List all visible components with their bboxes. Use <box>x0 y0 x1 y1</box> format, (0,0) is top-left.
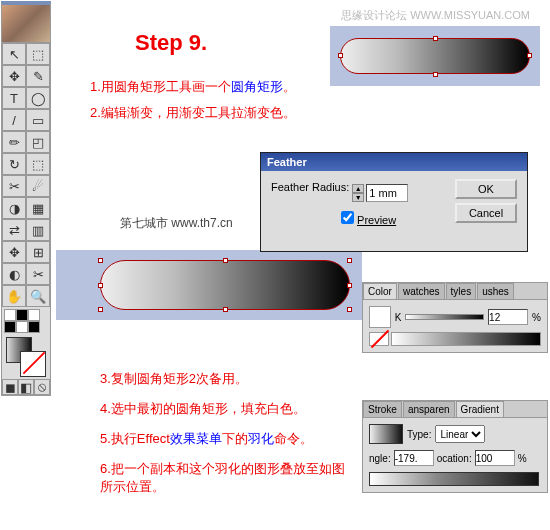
none-swatch[interactable] <box>369 332 389 346</box>
mode-solid[interactable]: ◼ <box>2 379 18 395</box>
tab-transparency[interactable]: ansparen <box>403 401 455 417</box>
gradient-panel: Stroke ansparen Gradient Type: Linear ng… <box>362 400 548 493</box>
tool-10[interactable]: ↻ <box>2 153 26 175</box>
radius-label: Feather Radius: <box>271 181 349 193</box>
tool-20[interactable]: ◐ <box>2 263 26 285</box>
text: 。 <box>283 79 296 94</box>
fill-mode-row: ◼ ◧ ⦸ <box>2 379 50 395</box>
tool-02[interactable]: ✥ <box>2 65 26 87</box>
tool-05[interactable]: ◯ <box>26 87 50 109</box>
instruction-2: 2.编辑渐变，用渐变工具拉渐变色。 <box>90 104 296 122</box>
text: 1.用圆角矩形工具画一个 <box>90 79 231 94</box>
handle[interactable] <box>347 307 352 312</box>
tool-14[interactable]: ◑ <box>2 197 26 219</box>
tool-21[interactable]: ✂ <box>26 263 50 285</box>
tool-17[interactable]: ▥ <box>26 219 50 241</box>
pct: % <box>532 312 541 323</box>
tool-07[interactable]: ▭ <box>26 109 50 131</box>
swatch[interactable] <box>28 309 40 321</box>
tool-04[interactable]: T <box>2 87 26 109</box>
toolbox: ↖ ⬚ ✥ ✎ T ◯ / ▭ ✏ ◰ ↻ ⬚ ✂ ☄ ◑ ▦ ⇄ ▥ ✥ ⊞ … <box>1 1 51 396</box>
tab-brushes[interactable]: ushes <box>477 283 514 299</box>
gradient-preview[interactable] <box>369 424 403 444</box>
tool-11[interactable]: ⬚ <box>26 153 50 175</box>
angle-input[interactable] <box>394 450 434 466</box>
spin-up[interactable]: ▲ <box>352 184 364 193</box>
loc-input[interactable] <box>475 450 515 466</box>
mode-none[interactable]: ⦸ <box>34 379 50 395</box>
tool-22[interactable]: ✋ <box>2 285 26 307</box>
handle[interactable] <box>223 258 228 263</box>
k-slider[interactable] <box>405 314 484 320</box>
swatch[interactable] <box>4 309 16 321</box>
text: 5.执行Effect <box>100 431 170 446</box>
feather-dialog: Feather Feather Radius: ▲▼ Preview OK Ca… <box>260 152 528 252</box>
mini-swatches <box>2 307 50 335</box>
tab-styles[interactable]: tyles <box>446 283 477 299</box>
preview-label: Preview <box>357 214 396 226</box>
handle[interactable] <box>98 283 103 288</box>
gray-ramp[interactable] <box>391 332 541 346</box>
tab-color[interactable]: Color <box>363 283 397 299</box>
tool-18[interactable]: ✥ <box>2 241 26 263</box>
handle[interactable] <box>433 72 438 77</box>
color-swatch[interactable] <box>369 306 391 328</box>
tool-09[interactable]: ◰ <box>26 131 50 153</box>
tab-stroke[interactable]: Stroke <box>363 401 402 417</box>
tool-01[interactable]: ⬚ <box>26 43 50 65</box>
handle[interactable] <box>338 53 343 58</box>
ok-button[interactable]: OK <box>455 179 517 199</box>
tab-gradient[interactable]: Gradient <box>456 401 504 417</box>
cancel-button[interactable]: Cancel <box>455 203 517 223</box>
tool-16[interactable]: ⇄ <box>2 219 26 241</box>
mode-gradient[interactable]: ◧ <box>18 379 34 395</box>
instruction-4: 4.选中最初的圆角矩形，填充白色。 <box>100 400 306 418</box>
tool-13[interactable]: ☄ <box>26 175 50 197</box>
tool-23[interactable]: 🔍 <box>26 285 50 307</box>
tab-swatches[interactable]: watches <box>398 283 445 299</box>
tool-19[interactable]: ⊞ <box>26 241 50 263</box>
pill-shape-2[interactable] <box>100 260 350 310</box>
tool-15[interactable]: ▦ <box>26 197 50 219</box>
color-panel: Color watches tyles ushes K % <box>362 282 548 353</box>
gradient-bar[interactable] <box>369 472 539 486</box>
color-tabs: Color watches tyles ushes <box>363 283 547 300</box>
instruction-1: 1.用圆角矩形工具画一个圆角矩形。 <box>90 78 296 96</box>
radius-input[interactable] <box>366 184 408 202</box>
doc-thumbnail <box>2 5 50 43</box>
text-blue: 羽化 <box>248 431 274 446</box>
tool-12[interactable]: ✂ <box>2 175 26 197</box>
k-value[interactable] <box>488 309 528 325</box>
step-title: Step 9. <box>135 30 207 56</box>
handle[interactable] <box>223 307 228 312</box>
tool-08[interactable]: ✏ <box>2 131 26 153</box>
type-select[interactable]: Linear <box>435 425 485 443</box>
angle-label: ngle: <box>369 453 391 464</box>
handle[interactable] <box>98 258 103 263</box>
radius-spinner: ▲▼ <box>352 184 408 202</box>
handle[interactable] <box>347 283 352 288</box>
swatch[interactable] <box>16 321 28 333</box>
preview-checkbox[interactable] <box>341 211 354 224</box>
handle[interactable] <box>347 258 352 263</box>
instruction-3: 3.复制圆角矩形2次备用。 <box>100 370 248 388</box>
swatch[interactable] <box>4 321 16 333</box>
swatch[interactable] <box>16 309 28 321</box>
dialog-title: Feather <box>261 153 527 171</box>
handle[interactable] <box>433 36 438 41</box>
stroke-swatch[interactable] <box>20 351 46 377</box>
tool-06[interactable]: / <box>2 109 26 131</box>
pill-shape-1[interactable] <box>340 38 530 74</box>
text-blue: 效果菜单 <box>170 431 222 446</box>
swatch[interactable] <box>28 321 40 333</box>
spin-down[interactable]: ▼ <box>352 193 364 202</box>
fill-stroke[interactable] <box>2 335 50 379</box>
handle[interactable] <box>98 307 103 312</box>
tool-03[interactable]: ✎ <box>26 65 50 87</box>
tool-00[interactable]: ↖ <box>2 43 26 65</box>
handle[interactable] <box>527 53 532 58</box>
instruction-5: 5.执行Effect效果菜单下的羽化命令。 <box>100 430 313 448</box>
type-label: Type: <box>407 429 431 440</box>
gradient-tabs: Stroke ansparen Gradient <box>363 401 547 418</box>
text-blue: 圆角矩形 <box>231 79 283 94</box>
